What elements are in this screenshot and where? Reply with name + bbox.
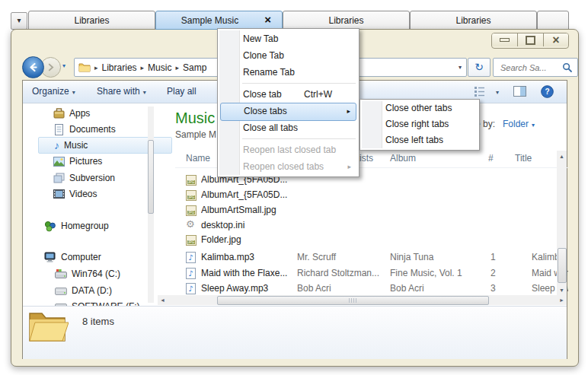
menu-item-reopen-last-closed-tab[interactable]: Reopen last closed tab: [220, 141, 356, 158]
menu-item-close-tabs[interactable]: Close tabs▸: [220, 103, 356, 121]
table-row[interactable]: ♪ Kalimba.mp3 Mr. Scruff Ninja Tuna 1 Ka…: [175, 250, 568, 265]
sidebar-item-pictures[interactable]: Pictures: [53, 154, 102, 169]
views-icon: [474, 86, 486, 97]
column-header-name[interactable]: Name: [186, 153, 210, 164]
music-icon: ♪: [54, 139, 59, 151]
menu-item-close-right-tabs[interactable]: Close right tabs: [363, 116, 477, 132]
menu-item-label: Reopen last closed tab: [243, 145, 336, 155]
maximize-button[interactable]: [518, 33, 544, 46]
table-row[interactable]: ⚙ desktop.ini: [175, 218, 568, 234]
vertical-scrollbar[interactable]: ▲ ▼: [557, 151, 567, 295]
tab-sample-music[interactable]: Sample Music ×: [155, 11, 283, 30]
tab-context-menu: New Tab Clone Tab Rename Tab Close tabCt…: [217, 28, 360, 177]
horizontal-scrollbar[interactable]: ◄ ►: [158, 295, 567, 305]
vertical-scrollbar-thumb[interactable]: [558, 248, 567, 283]
arrange-by-dropdown[interactable]: Folder▾: [503, 119, 535, 129]
file-name: AlbumArtSmall.jpg: [201, 205, 294, 215]
file-name: desktop.ini: [201, 220, 294, 230]
submenu-arrow-icon: ▸: [347, 158, 351, 175]
tab-libraries-1[interactable]: Libraries: [28, 11, 155, 30]
views-button[interactable]: [474, 86, 486, 99]
chevron-down-icon: ▾: [72, 89, 75, 96]
menu-item-clone-tab[interactable]: Clone Tab: [220, 47, 356, 64]
back-button[interactable]: [22, 56, 44, 78]
history-dropdown-icon[interactable]: ▾: [62, 62, 66, 69]
share-with-label: Share with: [97, 86, 140, 97]
preview-pane-button[interactable]: [513, 86, 526, 99]
sidebar-item-label: Computer: [61, 252, 101, 262]
tab-libraries-2[interactable]: Libraries: [283, 11, 410, 30]
sidebar-item-apps[interactable]: Apps: [53, 106, 90, 121]
sidebar-item-documents[interactable]: Documents: [53, 122, 116, 137]
column-header-number[interactable]: #: [488, 153, 494, 164]
sidebar-item-subversion[interactable]: Subversion: [53, 170, 115, 186]
folder-large-icon: [27, 309, 69, 344]
help-button[interactable]: ?: [541, 85, 554, 100]
menu-item-reopen-closed-tabs[interactable]: Reopen closed tabs▸: [220, 158, 356, 175]
menu-item-close-tab[interactable]: Close tabCtrl+W: [220, 86, 356, 103]
mp3-file-icon: ♪: [186, 283, 196, 294]
file-number: 1: [491, 252, 506, 262]
sidebar-scrollbar-thumb[interactable]: [148, 140, 154, 214]
scroll-left-icon[interactable]: ◄: [160, 297, 165, 303]
window-controls: ×: [491, 33, 569, 49]
search-icon[interactable]: [562, 62, 573, 73]
organize-button[interactable]: Organize▾: [32, 86, 75, 97]
table-row[interactable]: ♪ Sleep Away.mp3 Bob Acri Bob Acri 3 Sle…: [175, 281, 568, 294]
sidebar-item-computer[interactable]: Computer: [44, 249, 101, 265]
menu-item-close-all-tabs[interactable]: Close all tabs: [220, 119, 356, 136]
breadcrumb-libraries[interactable]: Libraries: [102, 62, 137, 73]
forward-arrow-icon: [46, 62, 56, 72]
search-box[interactable]: [493, 58, 578, 77]
scroll-down-icon[interactable]: ▼: [557, 288, 567, 293]
address-dropdown-icon[interactable]: ▾: [459, 64, 462, 71]
minimize-button[interactable]: [492, 33, 518, 46]
menu-item-close-other-tabs[interactable]: Close other tabs: [363, 100, 477, 116]
close-button[interactable]: ×: [544, 33, 568, 46]
submenu-arrow-icon: ▸: [347, 103, 350, 119]
horizontal-scrollbar-thumb[interactable]: [217, 296, 489, 305]
sidebar-scrollbar[interactable]: [148, 106, 154, 303]
sidebar-item-label: Subversion: [69, 173, 115, 183]
table-row[interactable]: JPG Folder.jpg: [175, 233, 568, 248]
navigation-pane: Apps Documents ♪ Music Pictures Subversi…: [23, 103, 157, 306]
menu-item-label: New Tab: [243, 33, 278, 44]
tab-label: Libraries: [455, 15, 491, 26]
svg-text:JPG: JPG: [188, 180, 195, 184]
homegroup-icon: [44, 221, 56, 232]
sidebar-item-homegroup[interactable]: Homegroup: [44, 218, 109, 234]
column-header-album[interactable]: Album: [390, 153, 416, 164]
subversion-icon: [53, 173, 65, 183]
status-item-count: 8 items: [82, 316, 114, 327]
breadcrumb-sample-music[interactable]: Samp: [183, 62, 206, 73]
sidebar-item-drive-c[interactable]: Win764 (C:): [55, 266, 120, 281]
menu-item-close-left-tabs[interactable]: Close left tabs: [363, 132, 477, 148]
column-header-title[interactable]: Title: [515, 153, 532, 164]
file-album: Ninja Tuna: [390, 252, 484, 262]
svg-text:JPG: JPG: [188, 240, 195, 244]
table-row[interactable]: ♪ Maid with the Flaxe... Richard Stoltzm…: [175, 266, 568, 281]
svg-text:?: ?: [545, 87, 549, 96]
menu-item-new-tab[interactable]: New Tab: [220, 30, 356, 47]
tab-libraries-3[interactable]: Libraries: [410, 11, 537, 30]
share-with-button[interactable]: Share with▾: [97, 86, 146, 97]
menu-item-rename-tab[interactable]: Rename Tab: [220, 64, 356, 81]
scroll-up-icon[interactable]: ▲: [557, 151, 567, 159]
table-row[interactable]: JPG AlbumArtSmall.jpg: [175, 203, 568, 218]
sidebar-item-drive-d[interactable]: DATA (D:): [55, 283, 112, 298]
tab-close-icon[interactable]: ×: [264, 12, 271, 27]
ini-file-icon: ⚙: [186, 218, 195, 230]
scrollbar-grip-icon: [349, 298, 357, 303]
close-icon: ×: [552, 35, 559, 46]
sidebar-item-videos[interactable]: Videos: [53, 186, 97, 202]
refresh-button[interactable]: ↻: [468, 58, 491, 77]
table-row[interactable]: JPG AlbumArt_{5FA05D...: [175, 188, 568, 203]
scroll-right-icon[interactable]: ►: [559, 297, 564, 303]
views-dropdown-icon[interactable]: ▾: [496, 89, 499, 96]
chevron-down-icon: ▾: [532, 122, 535, 129]
play-all-button[interactable]: Play all: [167, 86, 197, 97]
search-input[interactable]: [499, 62, 563, 73]
tab-partial[interactable]: [537, 11, 569, 30]
breadcrumb-music[interactable]: Music: [148, 62, 171, 73]
tab-scroll-button[interactable]: ▾: [11, 12, 27, 30]
